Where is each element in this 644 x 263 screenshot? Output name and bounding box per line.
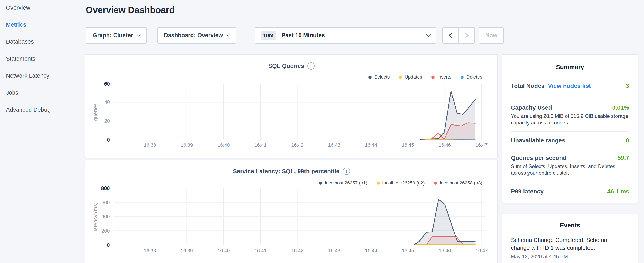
summary-value: 0.01% [612,104,629,111]
x-tick-label: 16:38 [144,142,156,148]
time-range-picker[interactable]: 10m Past 10 Minutes [255,27,436,44]
dashboard-dropdown[interactable]: Dashboard: Overview [157,27,236,44]
chevron-down-icon [137,33,140,37]
time-range-label: Past 10 Minutes [282,32,325,39]
x-tick-label: 16:46 [438,142,451,148]
sidebar-item-metrics[interactable]: Metrics [6,22,85,28]
x-tick-label: 16:40 [218,248,230,253]
x-tick-label: 16:44 [365,248,377,253]
summary-value: 59.7 [618,154,629,161]
summary-label: Total Nodes [511,83,544,89]
summary-label: Unavailable ranges [511,137,565,144]
summary-value: 46.1 ms [607,188,629,195]
event-message: Schema Change Completed: Schema change w… [511,236,613,252]
chart-plot: 16:3816:3916:4016:4116:4216:4316:4416:45… [86,160,497,263]
x-tick-label: 16:43 [328,248,340,253]
x-tick-label: 16:40 [218,142,230,148]
x-tick-label: 16:43 [328,142,340,148]
x-tick-label: 16:41 [254,142,266,148]
x-tick-label: 16:47 [476,248,488,253]
x-tick-label: 16:45 [402,142,414,148]
now-button[interactable]: Now [479,27,504,44]
time-step-buttons [442,27,475,44]
x-tick-label: 16:42 [291,248,304,253]
sidebar-item-advanced-debug[interactable]: Advanced Debug [6,107,85,113]
x-tick-label: 16:47 [476,142,488,148]
y-tick-label: 0 [107,242,110,248]
controls-bar: Graph: Cluster Dashboard: Overview 10m P… [86,27,504,44]
y-tick-label: 20 [104,118,110,124]
y-tick-label: 400 [102,214,110,219]
chevron-right-icon [463,33,468,38]
event-timestamp: May 13, 2020 at 4:45 PM [511,254,629,259]
chevron-down-icon [426,32,431,37]
summary-row-queries-per-second: Queries per second 59.7 Sum of Selects, … [511,149,629,182]
time-range-badge: 10m [261,31,276,40]
chart-plot: 16:3816:3916:4016:4116:4216:4316:4416:45… [86,55,497,158]
x-tick-label: 16:46 [438,248,451,253]
controls-divider [244,27,244,44]
summary-row-total-nodes: Total Nodes View nodes list 3 [511,71,629,97]
events-panel: Events Schema Change Completed: Schema c… [502,214,638,263]
chevron-down-icon [227,33,230,37]
page-title: Overview Dashboard [86,5,175,15]
summary-description: Sum of Selects, Updates, Inserts, and De… [511,163,629,176]
sidebar: Overview Metrics Databases Statements Ne… [0,0,85,263]
summary-row-p99-latency: P99 latency 46.1 ms [511,182,629,203]
y-tick-label: 0 [107,137,110,143]
x-tick-label: 16:39 [181,248,193,253]
chart-series-localhost:26257 (n1) [414,199,476,245]
summary-value: 0 [626,137,629,144]
y-tick-label: 200 [102,228,110,234]
view-nodes-list-link[interactable]: View nodes list [548,83,591,89]
summary-value: 3 [626,83,629,89]
x-tick-label: 16:42 [291,142,304,148]
summary-label: P99 latency [511,188,544,195]
summary-panel: Summary Total Nodes View nodes list 3 Ca… [502,54,638,203]
sidebar-item-jobs[interactable]: Jobs [6,90,85,96]
x-tick-label: 16:45 [402,248,414,253]
time-step-forward-button[interactable] [459,28,474,43]
summary-label: Queries per second [511,154,566,161]
sql-queries-chart-card: SQL Queries i SelectsUpdatesInsertsDelet… [85,54,498,158]
sidebar-item-overview[interactable]: Overview [6,5,85,11]
time-step-back-button[interactable] [443,28,459,43]
x-tick-label: 16:44 [365,142,377,148]
x-tick-label: 16:38 [144,248,156,253]
y-tick-label: 600 [102,200,110,205]
events-title: Events [502,214,638,229]
summary-row-unavailable-ranges: Unavailable ranges 0 [511,132,629,149]
dashboard-label: Dashboard: Overview [164,32,223,39]
sidebar-item-statements[interactable]: Statements [6,56,85,62]
chart-grid [114,84,486,140]
graph-scope-dropdown[interactable]: Graph: Cluster [86,27,147,44]
y-tick-label: 800 [101,185,110,191]
summary-label: Capacity Used [511,104,552,111]
x-tick-label: 16:41 [254,248,266,253]
y-tick-label: 40 [104,99,110,105]
chart-series-Selects [420,91,476,140]
sidebar-item-network-latency[interactable]: Network Latency [6,73,85,79]
service-latency-chart-card: Service Latency: SQL, 99th percentile i … [85,160,498,263]
summary-description: You are using 28.6 MiB of 515.9 GiB usab… [511,113,629,126]
app-root: Overview Metrics Databases Statements Ne… [0,0,644,263]
chevron-left-icon [448,33,454,38]
x-tick-label: 16:39 [181,142,193,148]
summary-row-capacity-used: Capacity Used 0.01% You are using 28.6 M… [511,97,629,132]
summary-title: Summary [502,55,638,71]
graph-scope-label: Graph: Cluster [93,32,133,39]
y-tick-label: 60 [104,81,110,87]
sidebar-item-databases[interactable]: Databases [6,39,85,45]
